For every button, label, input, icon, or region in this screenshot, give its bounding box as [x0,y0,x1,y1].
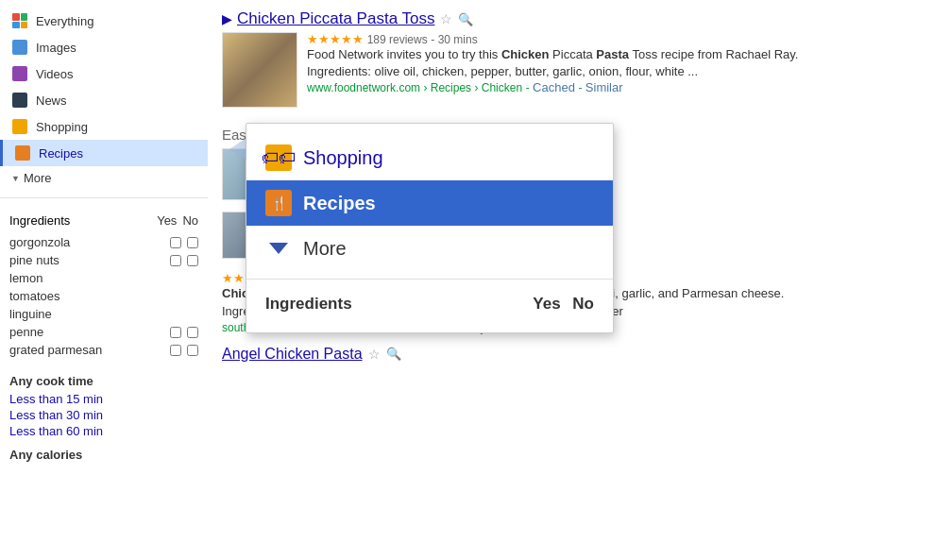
cook-time-link-30[interactable]: Less than 30 min [9,408,198,422]
ingredient-row-pinenuts: pine nuts [9,251,198,269]
result-1: ▶ Chicken Piccata Pasta Toss ☆ 🔍 ★★★★★ 1… [222,9,919,108]
result-1-title[interactable]: Chicken Piccata Pasta Toss [237,9,434,28]
sidebar-item-shopping[interactable]: Shopping [0,113,208,140]
popup-pointer [229,138,246,161]
sidebar-item-everything[interactable]: Everything [0,8,208,34]
popup-yes-label: Yes [533,295,560,313]
ingredient-yes-checkbox[interactable] [170,345,181,356]
popup-shopping-label: Shopping [303,147,383,169]
popup-ingredients-row: Ingredients Yes No [246,287,613,321]
ingredients-header: Ingredients Yes No [9,213,198,228]
sidebar-item-label: News [36,93,67,108]
result-1-url-row: www.foodnetwork.com › Recipes › Chicken … [307,80,799,94]
result-5-title-row: Angel Chicken Pasta ☆ 🔍 [222,346,919,363]
ingredient-row-linguine: linguine [9,305,198,323]
popup-recipes-item[interactable]: 🍴 Recipes [246,180,613,226]
tag-icon: 🏷 [262,148,279,168]
popup-more-item[interactable]: More [246,226,613,271]
time-meta: - [431,33,437,46]
no-label: No [182,213,198,228]
popup-shopping-item[interactable]: 🏷 Shopping [246,135,613,180]
popup-more-label: More [303,238,347,260]
time-value: 30 mins [438,33,478,46]
recipes-symbol-icon: 🍴 [271,195,287,211]
ingredient-checkboxes [170,345,198,356]
star5-icon[interactable]: ☆ [368,347,381,362]
popup-recipes-label: Recipes [303,193,376,214]
ingredients-section: Ingredients Yes No gorgonzola pine nuts [0,206,208,366]
popup-yes-no: Yes No [533,295,594,314]
videos-icon [11,65,28,82]
sidebar-item-label: Shopping [36,120,88,134]
news-icon [11,92,28,109]
sidebar-item-videos[interactable]: Videos [0,60,208,87]
triangle-icon [269,243,288,254]
result-1-url: www.foodnetwork.com › Recipes › Chicken [307,81,522,94]
review-count: 189 reviews [367,33,428,46]
ingredient-row-gorgonzola: gorgonzola [9,233,198,251]
stars4: ★★ [222,271,245,285]
ingredients-title: Ingredients [9,213,70,228]
result-5-title[interactable]: Angel Chicken Pasta [222,346,363,363]
ingredient-name: linguine [9,307,198,321]
sidebar-item-more[interactable]: ▼ More [0,166,208,190]
ingredient-row-gratedparmesan: grated parmesan [9,341,198,359]
ingredient-yes-checkbox[interactable] [170,327,181,338]
result-1-ingredients: Ingredients: olive oil, chicken, pepper,… [307,63,799,80]
yes-label: Yes [157,213,177,228]
nav-popup: 🏷 Shopping 🍴 Recipes More [246,123,614,333]
cook-time-link-15[interactable]: Less than 15 min [9,392,198,406]
ingredient-name: pine nuts [9,253,170,267]
sidebar-item-label: Recipes [39,146,83,161]
ingredient-checkboxes [170,255,198,266]
result-title-row: ▶ Chicken Piccata Pasta Toss ☆ 🔍 [222,9,919,28]
sidebar-item-news[interactable]: News [0,87,208,113]
ingredient-yes-checkbox[interactable] [170,237,181,248]
magnifier-icon[interactable]: 🔍 [458,12,473,26]
ingredient-no-checkbox[interactable] [187,345,198,356]
sidebar-item-label: Images [36,41,76,55]
result-arrow-icon: ▶ [222,12,231,26]
magnifier5-icon[interactable]: 🔍 [386,347,401,361]
ingredient-checkboxes [170,237,198,248]
ingredient-no-checkbox[interactable] [187,255,198,266]
yes-no-labels: Yes No [157,213,198,228]
main-content: ▶ Chicken Piccata Pasta Toss ☆ 🔍 ★★★★★ 1… [208,0,933,560]
result-1-meta: ★★★★★ 189 reviews - 30 mins [307,32,799,46]
popup-ingredients-label: Ingredients [265,295,352,314]
ingredient-row-penne: penne [9,323,198,341]
popup-no-label: No [572,295,594,313]
ingredient-name: penne [9,325,170,339]
result-1-thumbnail [222,32,297,108]
recipes-icon [14,144,31,161]
popup-more-icon [265,235,292,262]
result-1-body: ★★★★★ 189 reviews - 30 mins Food Network… [222,32,919,108]
sidebar-more-label: More [24,171,52,185]
cook-time-link-60[interactable]: Less than 60 min [9,424,198,438]
star-icon[interactable]: ☆ [440,11,452,26]
sidebar-item-label: Everything [36,14,93,28]
ingredient-no-checkbox[interactable] [187,237,198,248]
sidebar-item-images[interactable]: Images [0,34,208,60]
ingredient-name: grated parmesan [9,343,170,357]
more-arrow-icon: ▼ [11,174,20,183]
cook-time-section: Any cook time Less than 15 min Less than… [0,366,208,448]
stars: ★★★★★ [307,32,364,46]
cook-time-title: Any cook time [9,374,198,388]
ingredient-checkboxes [170,327,198,338]
sidebar: Everything Images Videos News Shopping [0,0,208,560]
ingredient-name: lemon [9,271,198,285]
sidebar-divider [0,197,208,198]
result-1-cached-link[interactable]: Cached [533,80,575,94]
result-1-similar-link[interactable]: Similar [585,80,623,94]
ingredient-row-lemon: lemon [9,269,198,287]
sidebar-item-recipes[interactable]: Recipes [0,140,208,166]
separator2: - [579,81,585,94]
everything-icon [11,12,28,29]
popup-shopping-icon: 🏷 [265,144,292,171]
ingredient-yes-checkbox[interactable] [170,255,181,266]
shopping-icon [11,118,28,135]
ingredient-no-checkbox[interactable] [187,327,198,338]
popup-divider [246,279,613,280]
ingredient-name: gorgonzola [9,235,170,249]
